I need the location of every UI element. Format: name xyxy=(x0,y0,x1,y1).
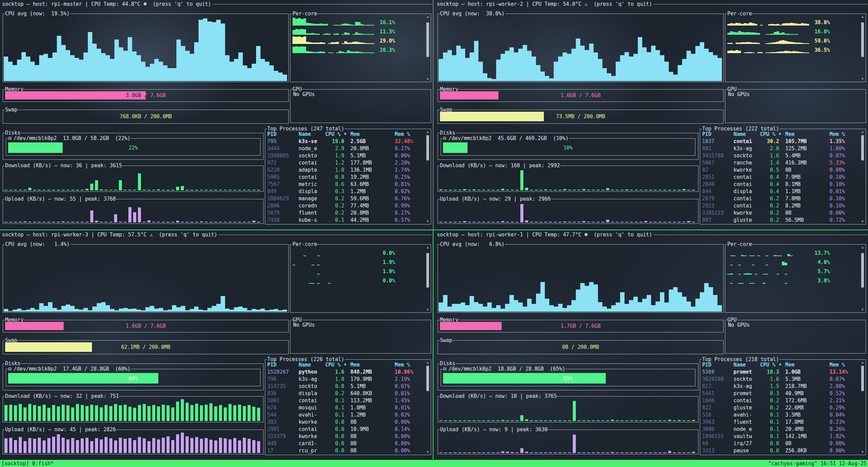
scroll-down-icon[interactable]: ▼ xyxy=(425,219,430,223)
process-row[interactable]: 2923contai0.28.2MB0.10% xyxy=(702,202,858,209)
scroll-down-icon[interactable]: ▼ xyxy=(860,219,865,223)
scroll-up-icon[interactable]: ▲ xyxy=(425,360,430,364)
scroll-down-icon[interactable]: ▼ xyxy=(425,450,430,454)
scroll-thumb[interactable] xyxy=(861,253,864,287)
col-header-cpu[interactable]: CPU % • xyxy=(760,131,784,138)
process-row[interactable]: 5380promet10.31.0GB13.14% xyxy=(702,369,858,376)
scroll-thumb[interactable] xyxy=(861,366,864,391)
chart-bar xyxy=(576,290,580,312)
process-row[interactable]: 2840contai0.48.1MB0.10% xyxy=(702,181,858,188)
scroll-up-icon[interactable]: ▲ xyxy=(860,360,865,364)
scrollbar[interactable]: ▲▼ xyxy=(425,15,430,81)
chart-bar xyxy=(549,305,554,312)
scroll-down-icon[interactable]: ▼ xyxy=(860,77,865,81)
process-row[interactable]: 5905contai0.819.2MB0.25% xyxy=(267,174,423,181)
process-row[interactable]: 315379kworke0.00B0.00% xyxy=(267,433,423,440)
process-row[interactable]: 17rcu_pr0.00B0.00% xyxy=(267,447,423,454)
pane-rpi-worker-2[interactable]: socktop — host: rpi-worker-2 | CPU Temp:… xyxy=(435,0,868,229)
process-row[interactable]: 972contai1.2177.8MB2.28% xyxy=(267,159,423,167)
scroll-up-icon[interactable]: ▲ xyxy=(860,15,865,18)
process-row[interactable]: 1001contai0.1113.2MB1.45% xyxy=(267,397,423,404)
process-row[interactable]: 5067ranche1.4416.3MB5.33% xyxy=(702,159,858,167)
col-header-cpu[interactable]: CPU % • xyxy=(760,361,784,369)
process-row[interactable]: 7458kube-s0.144.2MB0.57% xyxy=(267,217,423,224)
process-row[interactable]: 2806coredn0.277.4MB0.99% xyxy=(267,202,423,209)
scroll-down-icon[interactable]: ▼ xyxy=(425,77,430,81)
pane-divider-vertical-top[interactable] xyxy=(433,0,433,230)
scroll-thumb[interactable] xyxy=(861,22,864,57)
process-row[interactable]: 314735sockto0.85.1MB0.07% xyxy=(267,383,423,390)
scrollbar[interactable]: ▲▼ xyxy=(425,130,430,223)
process-row[interactable]: 7567metric0.663.6MB0.81% xyxy=(267,181,423,188)
scroll-up-icon[interactable]: ▲ xyxy=(425,245,430,249)
process-row[interactable]: 1884629manage0.259.6MB0.76% xyxy=(267,195,423,202)
scroll-up-icon[interactable]: ▲ xyxy=(425,130,430,134)
process-row[interactable]: 796k3s-ag1.0170.9MB2.19% xyxy=(267,376,423,383)
process-row[interactable]: 1896155vaultw0.1142.1MB1.82% xyxy=(702,433,858,440)
process-row[interactable]: 5879fluent0.220.8MB0.27% xyxy=(267,209,423,217)
process-row[interactable]: 516avahi-0.13.5MB0.04% xyxy=(702,411,858,419)
process-row[interactable]: 3415788sockto1.65.4MB0.07% xyxy=(702,152,858,159)
pane-divider-vertical-bottom[interactable] xyxy=(433,230,433,460)
process-row[interactable]: 3029280sockto1.65.3MB0.07% xyxy=(702,376,858,383)
process-row[interactable]: 544avahi-0.11.2MB0.02% xyxy=(267,411,423,419)
process-row[interactable]: 849displa0.31.2MB0.02% xyxy=(267,188,423,195)
process-row[interactable]: 836displa0.2640.0KB0.01% xyxy=(267,390,423,397)
process-row[interactable]: 6220adapte1.0136.1MB1.74% xyxy=(267,167,423,174)
cell-cpu: 0.1 xyxy=(325,397,349,404)
scroll-thumb[interactable] xyxy=(861,135,864,160)
process-row[interactable]: 807gluste0.256.5MB0.72% xyxy=(702,217,858,224)
process-row[interactable]: 2991contai0.010.9MB0.14% xyxy=(267,426,423,433)
cell-mem: 848.2MB xyxy=(349,369,395,376)
scroll-up-icon[interactable]: ▲ xyxy=(425,15,430,18)
chart-bar xyxy=(95,221,98,222)
process-row[interactable]: 3444node_e2.920.8MB0.27% xyxy=(267,145,423,152)
process-row[interactable]: 1037contai30.2105.7MB1.35% xyxy=(702,138,858,145)
chart-bar xyxy=(23,441,27,453)
process-row[interactable]: 393kworke0.00B0.00% xyxy=(267,419,423,426)
scroll-up-icon[interactable]: ▲ xyxy=(860,245,865,249)
pane-rpi-worker-1[interactable]: socktop — host: rpi-worker-1 | CPU Temp:… xyxy=(435,231,868,460)
cell-name: sockto xyxy=(299,152,325,159)
process-row[interactable]: 2879contai0.27.8MB0.10% xyxy=(702,195,858,202)
scrollbar[interactable]: ▲▼ xyxy=(860,360,865,454)
process-row[interactable]: 3880node_e0.120.4MB0.26% xyxy=(702,426,858,433)
process-row[interactable]: 3385223kworke0.20B0.00% xyxy=(702,209,858,217)
pane-rpi-master[interactable]: socktop — host: rpi-master | CPU Temp: 4… xyxy=(0,0,433,229)
scroll-thumb[interactable] xyxy=(426,135,429,160)
process-row[interactable]: 1046contai0.2172.6MB2.21% xyxy=(702,397,858,404)
process-row[interactable]: 69irq/270.00B0.00% xyxy=(702,440,858,447)
process-row[interactable]: 82kworke0.50B0.00% xyxy=(702,167,858,174)
scroll-up-icon[interactable]: ▲ xyxy=(860,130,865,134)
process-row[interactable]: 801k3s-ag2.0125.2MB1.60% xyxy=(702,145,858,152)
process-row[interactable]: 795k3s-se19.02.5GB32.48% xyxy=(267,138,423,145)
pane-divider-horizontal[interactable] xyxy=(0,230,868,230)
scrollbar[interactable]: ▲▼ xyxy=(860,245,865,311)
scroll-down-icon[interactable]: ▼ xyxy=(860,450,865,454)
scroll-thumb[interactable] xyxy=(426,22,429,57)
process-row[interactable]: 3963fluent0.117.8MB0.23% xyxy=(702,419,858,426)
process-row[interactable]: 817k3s-ag1.5218.7MB2.80% xyxy=(702,383,858,390)
chart-bar xyxy=(776,31,779,35)
col-header-cpu[interactable]: CPU % • xyxy=(325,131,349,138)
process-row[interactable]: 1520267python1.6848.2MB10.86% xyxy=(267,369,423,376)
scrollbar[interactable]: ▲▼ xyxy=(425,360,430,454)
process-row[interactable]: 1998005sockto1.95.1MB0.06% xyxy=(267,152,423,159)
process-row[interactable]: 844displa0.41.1MB0.01% xyxy=(702,188,858,195)
scrollbar[interactable]: ▲▼ xyxy=(860,130,865,223)
scroll-thumb[interactable] xyxy=(426,253,429,287)
process-row[interactable]: 449card1-0.00B0.00% xyxy=(267,440,423,447)
scrollbar[interactable]: ▲▼ xyxy=(425,245,430,311)
scroll-down-icon[interactable]: ▼ xyxy=(425,308,430,311)
process-row[interactable]: 822gluste0.222.6MB0.29% xyxy=(702,404,858,411)
pane-rpi-worker-3[interactable]: socktop — host: rpi-worker-3 | CPU Temp:… xyxy=(0,231,433,460)
scrollbar[interactable]: ▲▼ xyxy=(860,15,865,81)
scroll-down-icon[interactable]: ▼ xyxy=(860,308,865,311)
process-row[interactable]: 674mosqui0.11.0MB0.01% xyxy=(267,404,423,411)
scroll-thumb[interactable] xyxy=(426,366,429,391)
process-row[interactable]: 2851contai0.47.9MB0.10% xyxy=(702,174,858,181)
col-header-cpu[interactable]: CPU % • xyxy=(325,361,349,369)
process-row[interactable]: 3313pause0.0256.0KB0.00% xyxy=(702,447,858,454)
status-session-window[interactable]: [socktop] 0:fish* xyxy=(1,461,768,467)
process-row[interactable]: 5441promet0.340.9MB0.52% xyxy=(702,390,858,397)
